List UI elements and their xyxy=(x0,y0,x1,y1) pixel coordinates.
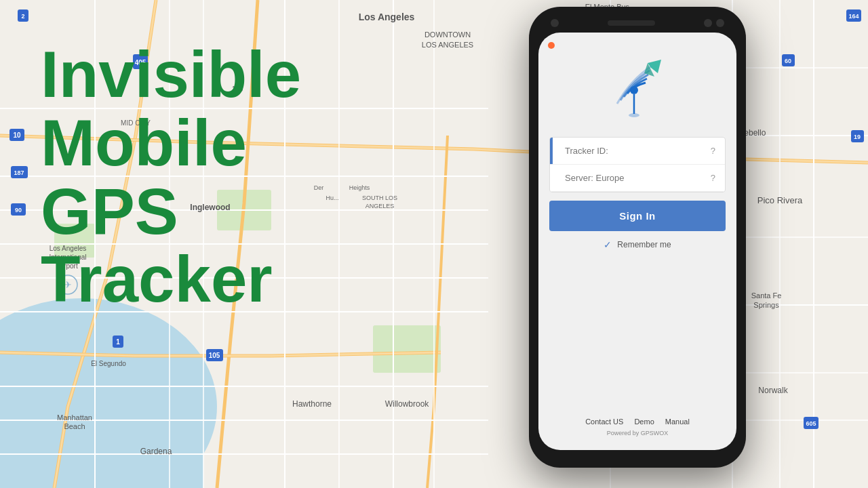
phone-mockup: ? ? Sign In ✓ Remember me Contact US xyxy=(529,7,746,468)
svg-text:Hawthorne: Hawthorne xyxy=(292,399,332,409)
phone-camera-dot-2 xyxy=(716,19,724,27)
svg-text:1: 1 xyxy=(116,338,120,346)
svg-text:Springs: Springs xyxy=(753,301,779,309)
hero-text: Invisible Mobile GPS Tracker xyxy=(41,41,301,314)
svg-text:Santa Fe: Santa Fe xyxy=(751,291,782,300)
svg-rect-5 xyxy=(373,325,441,373)
svg-point-82 xyxy=(630,86,638,94)
field-accent-bar xyxy=(550,138,553,164)
powered-by-text: Powered by GPSWOX xyxy=(585,430,690,436)
svg-text:Willowbrook: Willowbrook xyxy=(385,399,430,409)
tracker-id-help-icon[interactable]: ? xyxy=(711,146,715,156)
svg-text:Pico Rivera: Pico Rivera xyxy=(757,195,803,205)
manual-link[interactable]: Manual xyxy=(665,418,690,426)
footer-links-row: Contact US Demo Manual xyxy=(585,418,690,426)
svg-text:10: 10 xyxy=(13,131,21,139)
svg-text:El Segundo: El Segundo xyxy=(91,360,126,367)
hero-line1: Invisible xyxy=(41,41,301,109)
hero-line4: Tracker xyxy=(41,245,301,314)
contact-us-link[interactable]: Contact US xyxy=(585,418,623,426)
status-indicator xyxy=(548,42,555,49)
svg-text:Norwalk: Norwalk xyxy=(758,386,788,395)
svg-text:105: 105 xyxy=(209,352,220,359)
demo-link[interactable]: Demo xyxy=(634,418,654,426)
server-input[interactable] xyxy=(559,173,711,183)
svg-text:Hu...: Hu... xyxy=(326,195,338,201)
svg-text:SOUTH LOS: SOUTH LOS xyxy=(362,195,397,201)
phone-screen: ? ? Sign In ✓ Remember me Contact US xyxy=(538,33,736,450)
svg-text:Der: Der xyxy=(314,184,324,191)
phone-cameras-right xyxy=(704,19,724,27)
footer-links: Contact US Demo Manual Powered by GPSWOX xyxy=(585,418,690,439)
svg-text:ANGELES: ANGELES xyxy=(366,203,395,209)
svg-text:605: 605 xyxy=(806,420,816,427)
svg-point-86 xyxy=(629,113,639,117)
phone-camera-dot-1 xyxy=(704,19,712,27)
phone-speaker xyxy=(608,20,655,26)
svg-text:2: 2 xyxy=(21,13,24,20)
remember-me-checkbox[interactable]: ✓ xyxy=(604,239,612,250)
svg-text:19: 19 xyxy=(854,134,861,140)
phone-camera-left xyxy=(551,19,559,27)
hero-line2: Mobile xyxy=(41,109,301,178)
svg-text:LOS ANGELES: LOS ANGELES xyxy=(422,41,473,49)
server-help-icon[interactable]: ? xyxy=(711,173,715,183)
svg-text:Gardena: Gardena xyxy=(140,447,172,456)
phone-top-bar xyxy=(538,16,736,33)
tracker-id-input[interactable] xyxy=(559,146,711,156)
svg-text:Los Angeles: Los Angeles xyxy=(359,12,415,22)
remember-me-row[interactable]: ✓ Remember me xyxy=(604,239,671,250)
app-logo xyxy=(597,53,678,121)
server-field[interactable]: ? xyxy=(550,165,725,192)
svg-rect-2 xyxy=(0,373,203,488)
hero-line3: GPS xyxy=(41,178,301,246)
svg-text:60: 60 xyxy=(785,58,791,64)
svg-text:164: 164 xyxy=(848,13,859,20)
phone-outer-shell: ? ? Sign In ✓ Remember me Contact US xyxy=(529,7,746,468)
signin-button[interactable]: Sign In xyxy=(549,201,726,231)
tracker-id-field[interactable]: ? xyxy=(550,138,725,165)
remember-me-label: Remember me xyxy=(617,240,671,249)
svg-text:90: 90 xyxy=(15,207,22,214)
svg-text:DOWNTOWN: DOWNTOWN xyxy=(425,30,471,39)
svg-text:Beach: Beach xyxy=(64,422,85,430)
svg-text:Heights: Heights xyxy=(349,184,370,191)
svg-text:Manhattan: Manhattan xyxy=(57,413,92,422)
login-form: ? ? xyxy=(549,137,726,192)
svg-text:187: 187 xyxy=(14,169,24,176)
